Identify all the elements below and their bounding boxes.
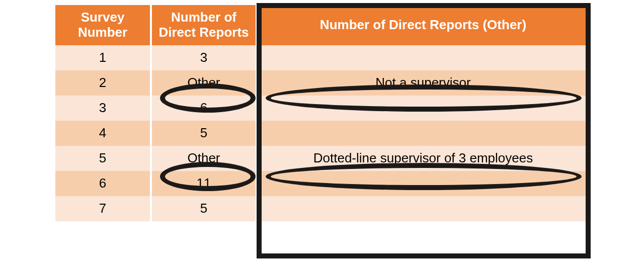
cell-direct-reports-other: Not a supervisor xyxy=(257,70,589,96)
header-direct-reports-other-text: Number of Direct Reports (Other) xyxy=(262,18,585,33)
cell-direct-reports: 6 xyxy=(151,96,257,121)
header-direct-reports-text: Number of Direct Reports xyxy=(156,10,252,40)
header-survey-number-text: Survey Number xyxy=(59,10,146,40)
cell-direct-reports-other: Dotted-line supervisor of 3 employees xyxy=(257,146,589,171)
table-row: 3 6 xyxy=(55,96,589,121)
cell-survey-number: 7 xyxy=(55,196,151,221)
cell-direct-reports: 3 xyxy=(151,45,257,70)
cell-direct-reports: Other xyxy=(151,70,257,96)
page-stage: Survey Number Number of Direct Reports N… xyxy=(0,0,644,264)
cell-survey-number: 5 xyxy=(55,146,151,171)
cell-survey-number: 2 xyxy=(55,70,151,96)
cell-survey-number: 3 xyxy=(55,96,151,121)
table-row: 6 11 xyxy=(55,171,589,196)
header-survey-number: Survey Number xyxy=(55,5,151,45)
table-header-row: Survey Number Number of Direct Reports N… xyxy=(55,5,589,45)
cell-direct-reports: Other xyxy=(151,146,257,171)
cell-direct-reports: 5 xyxy=(151,196,257,221)
table-row: 5 Other Dotted-line supervisor of 3 empl… xyxy=(55,146,589,171)
reports-table: Survey Number Number of Direct Reports N… xyxy=(55,5,589,221)
table-row: 2 Other Not a supervisor xyxy=(55,70,589,96)
header-direct-reports-other: Number of Direct Reports (Other) xyxy=(257,5,589,45)
cell-direct-reports-other xyxy=(257,171,589,196)
cell-direct-reports: 5 xyxy=(151,121,257,146)
cell-survey-number: 6 xyxy=(55,171,151,196)
table-row: 1 3 xyxy=(55,45,589,70)
table-row: 7 5 xyxy=(55,196,589,221)
table-row: 4 5 xyxy=(55,121,589,146)
cell-direct-reports-other xyxy=(257,96,589,121)
cell-direct-reports-other xyxy=(257,121,589,146)
header-direct-reports: Number of Direct Reports xyxy=(151,5,257,45)
cell-direct-reports-other xyxy=(257,196,589,221)
cell-survey-number: 1 xyxy=(55,45,151,70)
cell-survey-number: 4 xyxy=(55,121,151,146)
cell-direct-reports: 11 xyxy=(151,171,257,196)
cell-direct-reports-other xyxy=(257,45,589,70)
